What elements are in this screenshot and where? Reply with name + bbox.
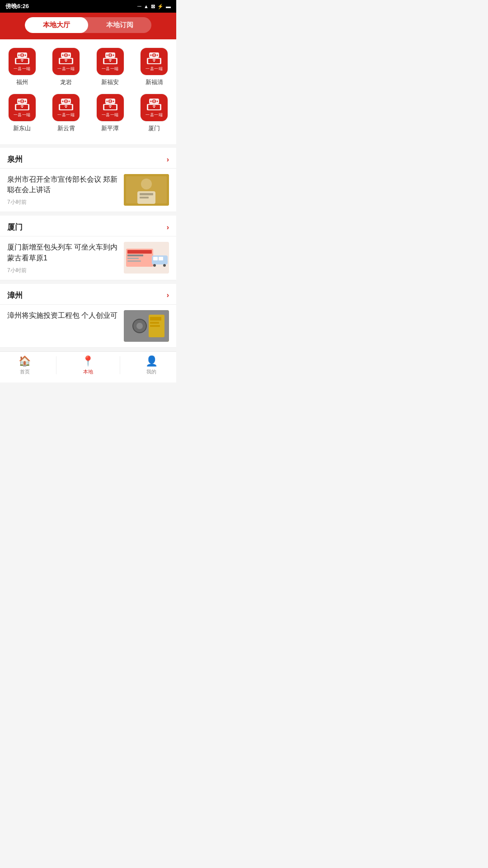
- xiamen-news-1-time: 7小时前: [7, 267, 118, 274]
- icon-item-xinfuqing[interactable]: 一县一端 新福清: [136, 47, 172, 86]
- svg-point-31: [154, 60, 155, 61]
- zhangzhou-chevron[interactable]: ›: [167, 291, 169, 299]
- svg-point-53: [106, 100, 108, 102]
- svg-rect-28: [153, 54, 155, 57]
- svg-point-63: [154, 106, 155, 108]
- zhangzhou-news-1[interactable]: 漳州将实施投资工程包 个人创业可: [0, 305, 176, 348]
- svg-rect-70: [124, 174, 169, 206]
- svg-point-7: [21, 60, 23, 61]
- icon-item-xinfuan[interactable]: 一县一端 新福安: [92, 47, 128, 86]
- svg-point-46: [69, 100, 70, 102]
- nav-label-home: 首页: [20, 368, 30, 375]
- svg-point-81: [163, 264, 166, 267]
- app-icon-xindongshan: [14, 98, 30, 111]
- svg-point-45: [62, 100, 64, 102]
- nav-divider-1: [56, 356, 56, 374]
- svg-rect-79: [159, 257, 163, 260]
- xiamen-news-1[interactable]: 厦门新增至包头列车 可坐火车到内蒙古看草原1 7小时前: [0, 236, 176, 280]
- app-icon-xinyunxiao: [58, 98, 74, 111]
- svg-point-29: [150, 54, 152, 56]
- svg-point-62: [157, 100, 158, 102]
- icon-item-fuzhou[interactable]: 一县一端 福州: [4, 47, 40, 86]
- tab-group: 本地大厅 本地订阅: [25, 17, 151, 33]
- svg-point-23: [109, 60, 111, 61]
- quanzhou-section: 泉州 › 泉州市召开全市宣传部长会议 郑新聪在会上讲话 7小时前: [0, 148, 176, 212]
- svg-point-47: [66, 106, 67, 108]
- xiamen-chevron[interactable]: ›: [167, 223, 169, 231]
- zhangzhou-news-1-title: 漳州将实施投资工程包 个人创业可: [7, 310, 118, 321]
- svg-rect-44: [65, 100, 67, 103]
- svg-point-38: [24, 100, 26, 102]
- zhangzhou-section: 漳州 › 漳州将实施投资工程包 个人创业可: [0, 284, 176, 348]
- home-icon: 🏠: [19, 355, 31, 367]
- status-icons: ··· ▲ ⊠ ⚡ ▬: [137, 4, 171, 9]
- icon-item-xinpingtan[interactable]: 一县一端 新平潭: [92, 94, 128, 132]
- header: 本地大厅 本地订阅: [0, 13, 176, 39]
- svg-point-30: [157, 54, 158, 56]
- quanzhou-news-1-title: 泉州市召开全市宣传部长会议 郑新聪在会上讲话: [7, 174, 118, 195]
- status-time: 傍晚6:26: [5, 2, 29, 10]
- nav-item-local[interactable]: 📍 本地: [70, 355, 106, 375]
- quanzhou-news-1-text: 泉州市召开全市宣传部长会议 郑新聪在会上讲话 7小时前: [7, 174, 118, 206]
- svg-point-21: [106, 54, 108, 56]
- zhangzhou-title: 漳州: [7, 290, 23, 301]
- bottom-nav: 🏠 首页 📍 本地 👤 我的: [0, 351, 176, 382]
- zhangzhou-header[interactable]: 漳州 ›: [0, 284, 176, 305]
- status-bar: 傍晚6:26 ··· ▲ ⊠ ⚡ ▬: [0, 0, 176, 13]
- svg-rect-20: [109, 54, 111, 57]
- icon-item-xindongshan[interactable]: 一县一端 新东山: [4, 94, 40, 132]
- svg-point-14: [69, 54, 70, 56]
- zhangzhou-news-1-thumb: [124, 310, 169, 342]
- icon-grid-section: 一县一端 福州: [0, 39, 176, 144]
- mine-icon: 👤: [145, 355, 158, 367]
- svg-point-6: [24, 54, 26, 56]
- quanzhou-header[interactable]: 泉州 ›: [0, 148, 176, 169]
- quanzhou-news-1[interactable]: 泉州市召开全市宣传部长会议 郑新聪在会上讲话 7小时前: [0, 169, 176, 212]
- svg-point-39: [21, 106, 23, 108]
- svg-rect-60: [153, 100, 155, 103]
- svg-rect-52: [109, 100, 111, 103]
- xiamen-news-1-title: 厦门新增至包头列车 可坐火车到内蒙古看草原1: [7, 242, 118, 263]
- tab-local-subscribe[interactable]: 本地订阅: [88, 17, 151, 33]
- icon-item-xinyunxiao[interactable]: 一县一端 新云霄: [48, 94, 84, 132]
- icon-row-2: 一县一端 新东山: [0, 94, 176, 132]
- quanzhou-news-1-time: 7小时前: [7, 198, 118, 206]
- zhangzhou-news-1-text: 漳州将实施投资工程包 个人创业可: [7, 310, 118, 321]
- nav-item-home[interactable]: 🏠 首页: [7, 355, 43, 375]
- svg-rect-89: [124, 310, 169, 342]
- quanzhou-chevron[interactable]: ›: [167, 156, 169, 164]
- icon-row-1: 一县一端 福州: [0, 47, 176, 86]
- icon-item-longyan[interactable]: 一县一端 龙岩: [48, 47, 84, 86]
- quanzhou-title: 泉州: [7, 154, 23, 165]
- svg-point-37: [18, 100, 19, 102]
- xiamen-header[interactable]: 厦门 ›: [0, 216, 176, 236]
- nav-divider-2: [120, 356, 120, 374]
- xiamen-title: 厦门: [7, 222, 23, 232]
- svg-rect-74: [127, 255, 143, 256]
- quanzhou-news-1-thumb: [124, 174, 169, 206]
- svg-point-55: [109, 106, 111, 108]
- xiamen-news-1-thumb: [124, 242, 169, 274]
- svg-point-13: [62, 54, 64, 56]
- nav-label-mine: 我的: [146, 368, 156, 375]
- svg-point-22: [113, 54, 114, 56]
- svg-point-80: [153, 264, 156, 267]
- app-icon-longyan: [58, 52, 74, 65]
- app-icon-fuzhou: [14, 52, 30, 65]
- svg-rect-75: [127, 258, 139, 259]
- svg-point-5: [18, 54, 19, 56]
- nav-item-mine[interactable]: 👤 我的: [133, 355, 169, 375]
- app-icon-xinpingtan: [102, 98, 118, 111]
- app-icon-xiamen: [146, 98, 162, 111]
- svg-point-15: [66, 60, 67, 61]
- app-icon-xinfuqing: [146, 52, 162, 65]
- nav-label-local: 本地: [83, 368, 93, 375]
- local-icon: 📍: [82, 355, 94, 367]
- svg-point-54: [113, 100, 114, 102]
- tab-local-hall[interactable]: 本地大厅: [25, 17, 88, 33]
- xiamen-news-1-text: 厦门新增至包头列车 可坐火车到内蒙古看草原1 7小时前: [7, 242, 118, 274]
- svg-point-61: [150, 100, 152, 102]
- app-icon-xinfuan: [102, 52, 118, 65]
- svg-rect-73: [127, 250, 152, 254]
- icon-item-xiamen[interactable]: 一县一端 厦门: [136, 94, 172, 132]
